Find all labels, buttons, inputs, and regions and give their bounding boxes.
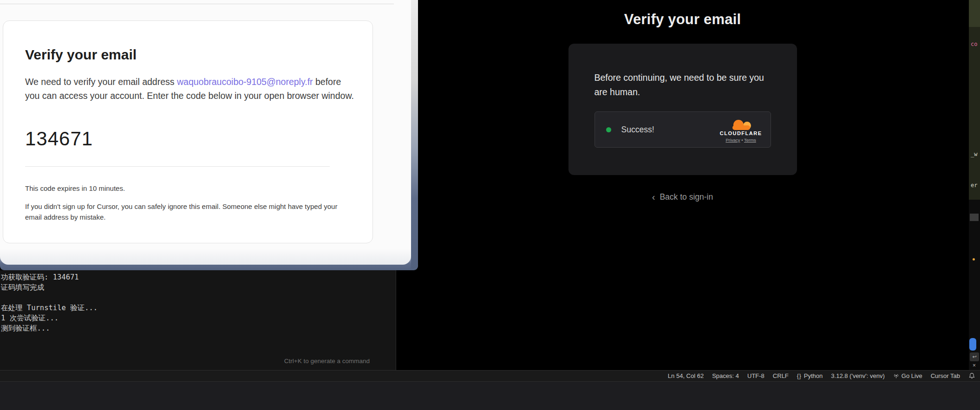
cloudflare-wordmark: CLOUDFLARE xyxy=(720,130,762,136)
cursor-position-indicator[interactable]: Ln 54, Col 62 xyxy=(668,372,704,379)
ctrl-k-hint: Ctrl+K to generate a command xyxy=(284,358,370,364)
minimap-fragment xyxy=(970,214,979,221)
code-fragment: er xyxy=(971,182,977,189)
cloudflare-brand: CLOUDFLARE Privacy • Terms xyxy=(720,117,762,143)
window-frame-right xyxy=(411,0,418,268)
braces-icon: {} xyxy=(797,373,802,379)
terminal-line: 1 次尝试验证... xyxy=(1,313,98,323)
privacy-link[interactable]: Privacy xyxy=(725,137,740,143)
terminal-output: 功获取验证码: 134671 证码填写完成 在处理 Turnstile 验证..… xyxy=(1,272,98,333)
human-check-text: Before continuing, we need to be sure yo… xyxy=(595,71,771,99)
desktop-screen: Verify your email Before continuing, we … xyxy=(0,0,980,410)
back-to-signin-link[interactable]: ‹Back to sign-in xyxy=(396,191,969,202)
language-mode-indicator[interactable]: {} Python xyxy=(797,372,823,379)
email-title: Verify your email xyxy=(25,47,137,63)
go-live-button[interactable]: Go Live xyxy=(893,372,922,379)
sliver-block xyxy=(969,27,980,200)
turnstile-status: Success! xyxy=(621,125,654,135)
code-fragment: co xyxy=(971,41,977,47)
indentation-indicator[interactable]: Spaces: 4 xyxy=(712,372,739,379)
disclaimer-text: If you didn't sign up for Cursor, you ca… xyxy=(25,202,346,222)
email-body: We need to verify your email address waq… xyxy=(25,75,358,103)
ide-status-bar: Ln 54, Col 62 Spaces: 4 UTF-8 CRLF {} Py… xyxy=(0,370,980,382)
card-divider xyxy=(25,166,330,167)
sliver-block xyxy=(969,0,980,27)
code-fragment: _w xyxy=(971,151,977,157)
encoding-indicator[interactable]: UTF-8 xyxy=(747,372,764,379)
expiry-note: This code expires in 10 minutes. xyxy=(25,184,125,192)
notifications-bell-icon[interactable] xyxy=(968,372,975,379)
terminal-line: 测到验证框... xyxy=(1,323,98,333)
windows-taskbar: ⚙ 中 S 1:43 PM 2/12/2025 zz xyxy=(0,382,980,410)
cloudflare-turnstile-widget[interactable]: Success! CLOUDFLARE Privacy • Terms xyxy=(595,111,771,148)
terminal-line: 功获取验证码: 134671 xyxy=(1,272,98,282)
success-dot-icon xyxy=(606,127,611,132)
email-card: Verify your email We need to verify your… xyxy=(3,20,373,243)
terminal-pane[interactable]: 功获取验证码: 134671 证码填写完成 在处理 Turnstile 验证..… xyxy=(0,270,396,370)
email-top-divider xyxy=(0,4,394,4)
turnstile-links: Privacy • Terms xyxy=(725,137,756,143)
orange-dot xyxy=(973,258,975,260)
python-interpreter-indicator[interactable]: 3.12.8 ('venv': venv) xyxy=(831,372,885,379)
broadcast-icon xyxy=(893,373,899,379)
verification-code: 134671 xyxy=(25,128,93,150)
terminal-line: 在处理 Turnstile 验证... xyxy=(1,303,98,313)
terminal-line xyxy=(1,293,98,303)
background-editor-sliver: co _w er ↩ × xyxy=(969,0,980,370)
browser-verification-page: Verify your email Before continuing, we … xyxy=(396,0,969,370)
terms-link[interactable]: Terms xyxy=(744,137,756,143)
email-address-link[interactable]: waquobraucoibo-9105@noreply.fr xyxy=(177,77,313,87)
cloudflare-cloud-icon xyxy=(730,119,751,130)
terminal-line: 证码填写完成 xyxy=(1,282,98,293)
chevron-left-icon: ‹ xyxy=(652,192,655,202)
scrollbar-thumb[interactable] xyxy=(969,338,976,351)
close-icon[interactable]: × xyxy=(973,362,976,369)
links-separator: • xyxy=(741,137,743,143)
email-preview-window: Verify your email We need to verify your… xyxy=(0,0,418,270)
verification-card: Before continuing, we need to be sure yo… xyxy=(568,44,797,175)
email-page: Verify your email We need to verify your… xyxy=(0,0,411,265)
eol-indicator[interactable]: CRLF xyxy=(773,372,789,379)
notification-action[interactable]: ↩ xyxy=(970,352,979,361)
cursor-tab-indicator[interactable]: Cursor Tab xyxy=(931,372,960,379)
page-title: Verify your email xyxy=(396,11,969,28)
